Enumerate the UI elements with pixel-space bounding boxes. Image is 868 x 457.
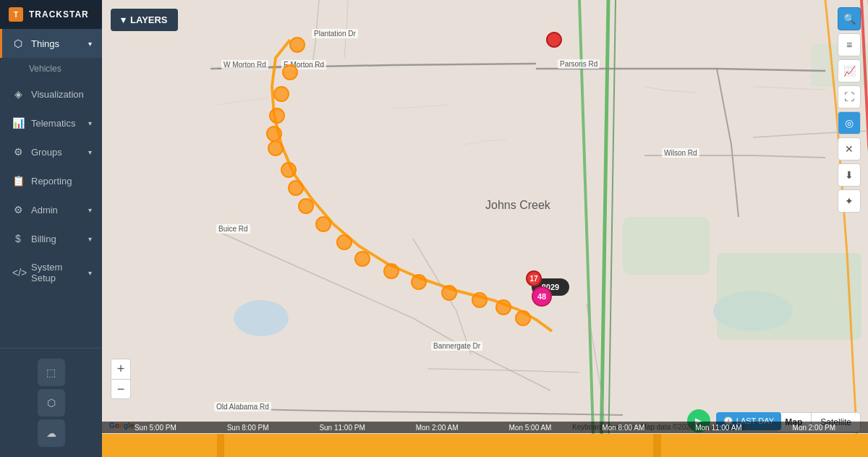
timeline-label: Sun 11:00 PM <box>319 424 365 432</box>
telematics-nav-icon: 📊 <box>12 117 24 129</box>
marker-small-1-label: 17 <box>529 275 537 283</box>
reporting-nav-icon: 📋 <box>12 175 24 187</box>
marker-orange-12[interactable] <box>354 251 370 267</box>
marker-orange-18[interactable] <box>515 310 531 326</box>
svg-rect-4 <box>717 253 861 340</box>
sidebar-tools: ⬚ ⬡ ☁ <box>0 348 102 457</box>
marker-orange-8[interactable] <box>288 180 304 196</box>
system_setup-nav-icon: </> <box>12 267 24 278</box>
marker-pink[interactable]: 48 <box>532 286 552 307</box>
analytics-map-button[interactable]: 📈 <box>838 59 861 82</box>
marker-orange-11[interactable] <box>336 234 352 250</box>
timeline-label: Mon 2:00 PM <box>793 424 835 432</box>
marker-orange-1[interactable] <box>289 37 305 53</box>
sidebar-item-telematics[interactable]: 📊Telematics▾ <box>0 108 102 137</box>
svg-line-7 <box>608 0 616 457</box>
sidebar-item-label-reporting: Reporting <box>31 176 72 187</box>
marker-orange-14[interactable] <box>411 274 427 290</box>
map-background[interactable]: ▾ LAYERS Johns Creek E Morton Rd W Morto… <box>102 0 868 457</box>
billing-nav-icon: $ <box>12 233 24 244</box>
marker-orange-7[interactable] <box>281 162 297 178</box>
marker-orange-2[interactable] <box>282 64 298 80</box>
marker-orange-15[interactable] <box>441 285 457 301</box>
chevron-things-icon: ▾ <box>88 40 92 48</box>
zoom-in-button[interactable]: + <box>111 359 131 379</box>
sidebar-sub-vehicles[interactable]: Vehicles <box>0 58 102 80</box>
visualization-nav-icon: ◈ <box>12 88 24 100</box>
marker-orange-5[interactable] <box>266 126 282 142</box>
svg-rect-3 <box>623 217 710 275</box>
sidebar-item-label-billing: Billing <box>31 234 56 244</box>
layers-map-button[interactable]: ≡ <box>838 33 861 56</box>
sidebar-item-system_setup[interactable]: </>System Setup▾ <box>0 253 102 292</box>
marker-orange-16[interactable] <box>472 292 488 308</box>
circle-map-button[interactable]: ◎ <box>838 111 861 134</box>
marker-small-1[interactable]: 17 <box>526 270 542 286</box>
cloud-tool-button[interactable]: ☁ <box>38 419 65 447</box>
timeline-labels: Sun 5:00 PMSun 8:00 PMSun 11:00 PMMon 2:… <box>102 422 868 433</box>
timeline-label: Mon 2:00 AM <box>416 424 459 432</box>
road-label-w-morton: W Morton Rd <box>221 60 268 69</box>
svg-point-1 <box>234 300 289 336</box>
timeline-label: Sun 8:00 PM <box>227 424 269 432</box>
road-label-parsons: Parsons Rd <box>558 59 600 69</box>
close-map-button[interactable]: ✕ <box>838 137 861 161</box>
sidebar-item-things[interactable]: ⬡Things▾ <box>0 29 102 58</box>
map-toolbar: 🔍 ≡ 📈 ⛶ ◎ ✕ ⬇ ✦ <box>838 7 861 213</box>
layers-button[interactable]: ▾ LAYERS <box>111 9 178 31</box>
layers-chevron-icon: ▾ <box>121 14 126 25</box>
box-tool-button[interactable]: ⬚ <box>38 359 65 386</box>
timeline-label: Mon 8:00 AM <box>602 424 644 432</box>
road-label-old-alabama: Old Alabama Rd <box>214 402 271 411</box>
zoom-out-button[interactable]: − <box>111 379 131 399</box>
sidebar-item-label-things: Things <box>31 38 59 49</box>
marker-orange-9[interactable] <box>298 198 314 214</box>
svg-point-2 <box>713 291 793 331</box>
timeline-label: Mon 11:00 AM <box>695 424 741 432</box>
sidebar: T TRACKSTAR ⬡Things▾Vehicles◈Visualizati… <box>0 0 102 457</box>
zoom-controls: + − <box>111 359 131 399</box>
map-roads-svg <box>102 0 868 457</box>
chevron-system_setup-icon: ▾ <box>88 269 92 277</box>
sidebar-item-groups[interactable]: ⚙Groups▾ <box>0 137 102 166</box>
sidebar-item-admin[interactable]: ⚙Admin▾ <box>0 195 102 224</box>
logo-icon: T <box>9 7 23 22</box>
sidebar-item-label-admin: Admin <box>31 205 58 215</box>
compass-map-button[interactable]: ✦ <box>838 189 861 213</box>
city-label: Johns Creek <box>485 199 550 212</box>
app-name: TRACKSTAR <box>29 9 89 20</box>
marker-orange-3[interactable] <box>273 86 289 102</box>
nav-items: ⬡Things▾Vehicles◈Visualization📊Telematic… <box>0 29 102 292</box>
marker-orange-17[interactable] <box>495 299 511 315</box>
marker-pink-label: 48 <box>537 292 546 301</box>
sidebar-item-visualization[interactable]: ◈Visualization <box>0 80 102 108</box>
chevron-telematics-icon: ▾ <box>88 119 92 127</box>
chevron-admin-icon: ▾ <box>88 206 92 214</box>
svg-line-6 <box>601 0 608 457</box>
road-label-buice: Buice Rd <box>216 224 250 234</box>
timeline-label: Mon 5:00 AM <box>509 424 552 432</box>
map-container: ▾ LAYERS Johns Creek E Morton Rd W Morto… <box>102 0 868 457</box>
fullscreen-map-button[interactable]: ⛶ <box>838 85 861 108</box>
groups-nav-icon: ⚙ <box>12 146 24 158</box>
download-map-button[interactable]: ⬇ <box>838 163 861 187</box>
search-map-button[interactable]: 🔍 <box>838 7 861 30</box>
marker-red-top[interactable] <box>546 32 562 48</box>
tag-tool-button[interactable]: ⬡ <box>38 389 65 417</box>
sidebar-item-label-telematics: Telematics <box>31 118 75 129</box>
timeline-bar[interactable] <box>102 434 868 457</box>
app-logo: T TRACKSTAR <box>0 0 102 29</box>
chevron-billing-icon: ▾ <box>88 235 92 243</box>
sidebar-item-billing[interactable]: $Billing▾ <box>0 224 102 253</box>
road-label-plantation: Plantation Dr <box>312 29 358 38</box>
sidebar-item-reporting[interactable]: 📋Reporting <box>0 166 102 195</box>
svg-rect-0 <box>102 0 868 457</box>
layers-label: LAYERS <box>130 14 168 25</box>
marker-orange-10[interactable] <box>315 216 331 232</box>
road-label-wilson: Wilson Rd <box>662 148 699 158</box>
marker-orange-13[interactable] <box>383 263 399 279</box>
marker-orange-6[interactable] <box>268 140 284 156</box>
timeline-progress <box>102 434 868 457</box>
sidebar-item-label-visualization: Visualization <box>31 89 84 100</box>
marker-orange-4[interactable] <box>269 108 285 124</box>
